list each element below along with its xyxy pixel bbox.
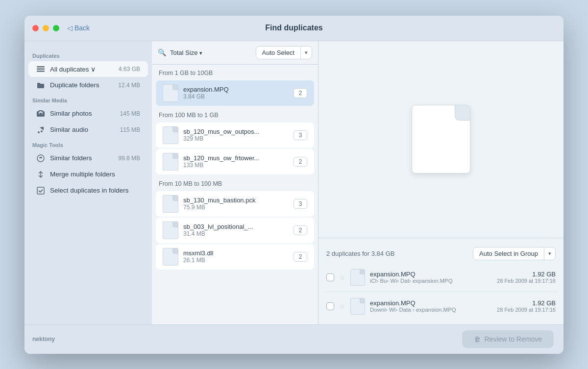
dup-date-2: 28 Feb 2009 at 19:17:16 [497, 307, 556, 313]
close-button[interactable] [32, 25, 39, 31]
detail-panel: 2 duplicates for 3.84 GB Auto Select in … [318, 41, 564, 324]
auto-select-group-button[interactable]: Auto Select in Group ▾ [473, 247, 556, 260]
traffic-lights [32, 25, 59, 31]
sidebar-section-similar-media: Similar Media [24, 94, 152, 105]
auto-select-main-btn[interactable]: Auto Select [256, 47, 301, 59]
sidebar-item-similar-audio[interactable]: Similar audio 115 MB [28, 122, 148, 138]
sidebar-item-all-duplicates[interactable]: All duplicates ∨ 4.63 GB [28, 61, 148, 77]
sidebar-similar-audio-label: Similar audio [50, 126, 115, 133]
right-panel: 🔍 Total Size Auto Select ▾ From 1 GB to … [152, 41, 564, 324]
sidebar-item-merge-multiple[interactable]: Merge multiple folders [28, 167, 148, 182]
back-button[interactable]: ◁ Back [67, 24, 90, 32]
sort-button[interactable]: Total Size [170, 49, 202, 56]
sidebar-duplicate-folders-label: Duplicate folders [50, 81, 113, 89]
star-icon-2[interactable]: ☆ [339, 302, 345, 310]
dup-date-1: 28 Feb 2009 at 19:17:16 [497, 278, 556, 284]
file-name: sb_003_lvl_positional_... [183, 223, 289, 230]
file-info: sb_130_mus_bastion.pck 75.9 MB [183, 197, 289, 211]
sort-label: Total Size [170, 49, 197, 56]
sidebar-similar-folders-size: 99.8 MB [118, 155, 140, 162]
trash-icon: 🗑 [474, 335, 481, 343]
group-header-2: From 100 MB to 1 GB [152, 107, 318, 122]
dup-right-2: 1.92 GB 28 Feb 2009 at 19:17:16 [497, 299, 556, 313]
file-row[interactable]: sb_003_lvl_positional_... 31.4 MB 2 [156, 218, 314, 243]
duplicate-entry-2: ☆ expansion.MPQ Downl› Wi› Data › expans… [324, 294, 558, 319]
file-name: msxml3.dll [183, 249, 289, 257]
file-row[interactable]: sb_120_mus_ow_frtower... 133 MB 2 [156, 149, 314, 174]
file-info: sb_003_lvl_positional_... 31.4 MB [183, 223, 289, 237]
detail-header-row: 2 duplicates for 3.84 GB Auto Select in … [324, 244, 558, 265]
file-row[interactable]: sb_130_mus_bastion.pck 75.9 MB 3 [156, 191, 314, 217]
auto-select-group-dropdown-btn[interactable]: ▾ [544, 248, 555, 259]
file-list-toolbar: 🔍 Total Size Auto Select ▾ [152, 41, 318, 65]
sort-chevron-icon [199, 49, 202, 56]
dup-right-1: 1.92 GB 28 Feb 2009 at 19:17:16 [497, 271, 556, 284]
sidebar-item-duplicate-folders[interactable]: Duplicate folders 12.4 MB [28, 77, 148, 93]
folder-icon [36, 81, 45, 90]
file-name: sb_120_mus_ow_outpos... [183, 128, 289, 135]
file-thumbnail [163, 221, 178, 239]
file-count-badge: 2 [294, 88, 307, 98]
file-name: sb_130_mus_bastion.pck [183, 197, 289, 204]
file-thumbnail [163, 195, 178, 213]
dup-name-1: expansion.MPQ [370, 271, 492, 278]
file-count-badge: 3 [294, 130, 307, 140]
sidebar-select-duplicates-label: Select duplicates in folders [50, 187, 140, 194]
sidebar-item-similar-photos[interactable]: Similar photos 145 MB [28, 106, 148, 122]
sidebar-similar-folders-label: Similar folders [50, 154, 113, 162]
file-list-panel: 🔍 Total Size Auto Select ▾ From 1 GB to … [152, 41, 318, 324]
file-info: sb_120_mus_ow_outpos... 329 MB [183, 128, 289, 142]
file-thumbnail [163, 153, 178, 171]
nektony-logo: nektony [32, 336, 55, 343]
sidebar-section-duplicates: Duplicates [24, 49, 152, 61]
list-icon [36, 65, 45, 74]
detail-preview [318, 41, 564, 238]
sidebar-item-similar-folders[interactable]: Similar folders 99.8 MB [28, 150, 148, 166]
auto-select-dropdown-btn[interactable]: ▾ [301, 47, 312, 58]
file-size: 31.4 MB [183, 230, 289, 237]
file-count-badge: 3 [294, 199, 307, 209]
dup-file-thumbnail-1 [350, 269, 365, 286]
file-size: 3.84 GB [183, 93, 289, 100]
file-row[interactable]: sb_120_mus_ow_outpos... 329 MB 3 [156, 123, 314, 148]
dup-size-1: 1.92 GB [497, 271, 556, 278]
minimize-button[interactable] [43, 25, 49, 31]
sidebar-duplicate-folders-size: 12.4 MB [118, 82, 140, 89]
search-icon: 🔍 [158, 49, 166, 56]
sidebar-similar-photos-size: 145 MB [120, 110, 140, 117]
duplicate-checkbox-1[interactable] [326, 273, 334, 281]
file-info: sb_120_mus_ow_frtower... 133 MB [183, 154, 289, 169]
camera-icon [36, 109, 45, 118]
file-size: 26.1 MB [183, 257, 289, 264]
file-thumbnail [163, 126, 178, 144]
sidebar-merge-multiple-label: Merge multiple folders [50, 171, 140, 178]
file-row[interactable]: expansion.MPQ 3.84 GB 2 [156, 80, 314, 106]
svg-rect-2 [37, 71, 45, 72]
svg-rect-0 [37, 66, 45, 68]
file-count-badge: 2 [294, 252, 307, 262]
sidebar: Duplicates All duplicates ∨ 4.63 GB [24, 41, 152, 324]
select-duplicates-icon [36, 186, 45, 195]
group-header-1: From 1 GB to 10GB [152, 65, 318, 79]
dup-file-thumbnail-2 [350, 298, 365, 315]
window-title: Find duplicates [265, 24, 322, 32]
auto-select-group-main-btn[interactable]: Auto Select in Group [473, 247, 544, 260]
file-name: sb_120_mus_ow_frtower... [183, 154, 289, 162]
file-count-badge: 2 [294, 225, 307, 235]
sidebar-item-select-duplicates[interactable]: Select duplicates in folders [28, 183, 148, 198]
file-name: expansion.MPQ [183, 86, 289, 93]
duplicate-checkbox-2[interactable] [326, 302, 334, 310]
sidebar-similar-photos-label: Similar photos [50, 110, 115, 117]
auto-select-button[interactable]: Auto Select ▾ [256, 46, 313, 59]
file-row[interactable]: msxml3.dll 26.1 MB 2 [156, 244, 314, 270]
dup-size-2: 1.92 GB [497, 299, 556, 307]
maximize-button[interactable] [53, 25, 59, 31]
magic-icon [36, 154, 45, 163]
back-label: Back [74, 24, 90, 32]
main-window: ◁ Back Find duplicates Duplicates All du… [24, 16, 564, 354]
review-to-remove-button[interactable]: 🗑 Review to Remove [462, 330, 554, 348]
star-icon-1[interactable]: ☆ [339, 273, 345, 281]
music-icon [36, 125, 45, 134]
file-preview-icon [412, 105, 470, 173]
bottom-bar: nektony 🗑 Review to Remove [24, 324, 564, 354]
